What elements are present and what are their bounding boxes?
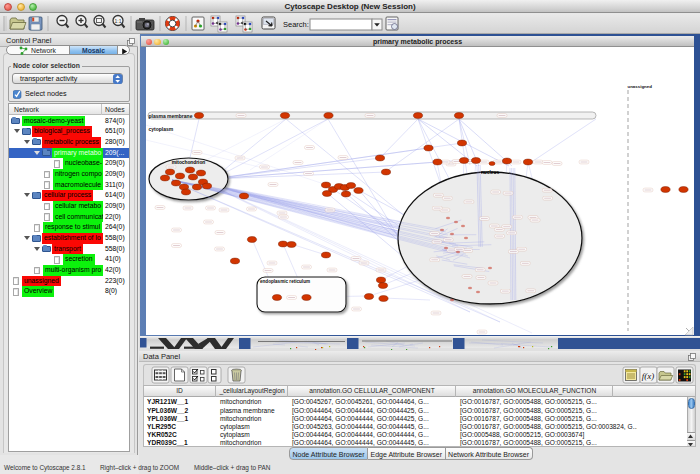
svg-text:1:1: 1:1 [115,18,122,24]
svg-text:cytoplasm: cytoplasm [149,126,174,132]
svg-text:plasma membrane: plasma membrane [149,113,193,119]
svg-text:f(x): f(x) [642,371,655,381]
svg-text:Search:: Search: [283,20,309,29]
svg-text:mitochondrion: mitochondrion [172,160,206,165]
svg-text:endoplasmic reticulum: endoplasmic reticulum [260,279,310,284]
svg-text:nucleus: nucleus [481,170,499,175]
svg-text:unassigned: unassigned [628,84,653,89]
